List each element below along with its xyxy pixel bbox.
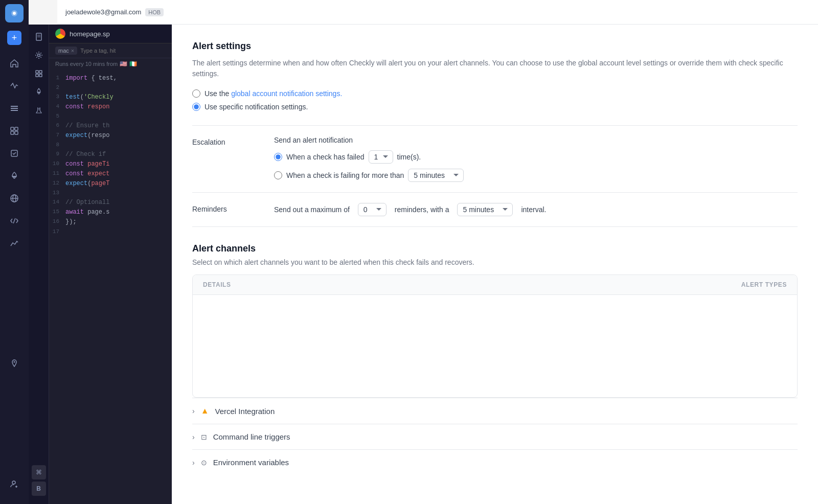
nav-activity-icon[interactable]: [4, 76, 25, 96]
nav-analytics-icon[interactable]: [4, 233, 25, 254]
svg-point-2: [13, 12, 16, 15]
content-area: Alert settings The alert settings determ…: [172, 25, 818, 504]
cli-header[interactable]: › ⊡ Command line triggers: [192, 432, 798, 441]
notification-settings-radio-group: Use the global account notification sett…: [192, 89, 798, 111]
vercel-integration-section: › ▲ Vercel Integration: [192, 398, 798, 424]
reminders-content: Send out a maximum of 0 1 2 3 5 10 remin…: [274, 203, 798, 216]
channels-header: DETAILS ALERT TYPES: [193, 275, 797, 295]
svg-rect-25: [37, 92, 40, 93]
svg-rect-7: [15, 127, 18, 130]
svg-rect-9: [15, 131, 18, 134]
alert-side-icon[interactable]: [31, 84, 47, 100]
svg-rect-24: [39, 74, 42, 77]
escalation-duration-dropdown[interactable]: 1 minute 2 minutes 5 minutes 10 minutes …: [408, 169, 464, 182]
cli-code-icon: ⊡: [201, 433, 207, 441]
editor-title: homepage.sp: [70, 30, 110, 38]
cli-label: Command line triggers: [213, 432, 290, 441]
left-nav: +: [0, 0, 29, 504]
editor-side-icons: ⌘ B: [29, 25, 49, 504]
escalation-option1-input[interactable]: [274, 153, 282, 161]
tag-close-icon[interactable]: ×: [71, 48, 74, 54]
mac-tag[interactable]: mac ×: [55, 47, 77, 55]
b-bottom-icon[interactable]: B: [32, 482, 46, 496]
svg-rect-22: [39, 71, 42, 73]
tag-label: mac: [58, 48, 69, 54]
escalation-times-dropdown[interactable]: 1 2 3 5: [369, 150, 393, 164]
svg-rect-4: [11, 108, 18, 109]
nav-code-icon[interactable]: [4, 211, 25, 231]
vercel-label: Vercel Integration: [215, 407, 275, 416]
tag-row: mac ×: [49, 43, 172, 58]
radio-specific-input[interactable]: [192, 103, 200, 111]
svg-rect-23: [36, 74, 38, 77]
channels-body: [193, 295, 797, 397]
radio-global-option[interactable]: Use the global account notification sett…: [192, 89, 798, 98]
reminders-row: Reminders Send out a maximum of 0 1 2 3 …: [192, 193, 798, 227]
nav-list-icon[interactable]: [4, 98, 25, 119]
alert-channels-title: Alert channels: [192, 243, 798, 254]
radio-specific-label: Use specific notification settings.: [204, 103, 308, 111]
tag-input[interactable]: [80, 48, 121, 54]
env-variables-section: › ⊙ Environment variables: [192, 449, 798, 475]
svg-line-14: [13, 218, 15, 223]
editor-header: homepage.sp: [49, 25, 172, 43]
svg-point-15: [14, 361, 15, 363]
settings-side-icon[interactable]: [31, 47, 47, 63]
add-button[interactable]: +: [7, 31, 21, 45]
reminders-line: Send out a maximum of 0 1 2 3 5 10 remin…: [274, 203, 798, 216]
escalation-label: Escalation: [192, 136, 254, 146]
reminders-prefix: Send out a maximum of: [274, 205, 350, 214]
alert-settings-title: Alert settings: [192, 41, 798, 52]
reminders-count-dropdown[interactable]: 0 1 2 3 5 10: [358, 203, 387, 216]
nav-dashboard-icon[interactable]: [4, 121, 25, 141]
svg-point-16: [12, 481, 15, 484]
cli-triggers-section: › ⊡ Command line triggers: [192, 424, 798, 449]
nav-user-add-icon[interactable]: [4, 473, 25, 494]
escalation-content: Send an alert notification When a check …: [274, 136, 798, 182]
radio-specific-option[interactable]: Use specific notification settings.: [192, 103, 798, 111]
nav-home-icon[interactable]: [4, 53, 25, 74]
chrome-icon: [55, 29, 65, 39]
env-header[interactable]: › ⊙ Environment variables: [192, 458, 798, 467]
app-logo[interactable]: [5, 4, 24, 22]
svg-rect-5: [11, 110, 18, 111]
alert-channels-section: Alert channels Select on which alert cha…: [192, 243, 798, 398]
escalation-option2-input[interactable]: [274, 171, 282, 179]
channels-table: DETAILS ALERT TYPES: [192, 274, 798, 398]
alert-channels-desc: Select on which alert channels you want …: [192, 258, 798, 266]
env-chevron-icon: ›: [192, 459, 195, 467]
main-container: joeladewole3@gmail.com HOB ⌘ B: [29, 0, 818, 504]
svg-point-20: [37, 54, 40, 57]
svg-rect-6: [11, 127, 14, 130]
env-label: Environment variables: [213, 458, 289, 467]
svg-rect-8: [11, 131, 14, 134]
flask-side-icon[interactable]: [31, 102, 47, 119]
global-settings-link[interactable]: global account notification settings.: [231, 89, 342, 98]
file-side-icon[interactable]: [31, 29, 47, 45]
escalation-desc: Send an alert notification: [274, 136, 798, 144]
reminders-interval-dropdown[interactable]: 1 minute 2 minutes 5 minutes 10 minutes …: [457, 203, 513, 216]
reminders-suffix: interval.: [521, 205, 546, 214]
reminders-middle: reminders, with a: [395, 205, 449, 214]
radio-global-input[interactable]: [192, 89, 200, 98]
alert-settings-desc: The alert settings determine when and ho…: [192, 58, 798, 79]
cmd-bottom-icon[interactable]: ⌘: [32, 465, 46, 479]
nav-globe-icon[interactable]: [4, 188, 25, 209]
escalation-row: Escalation Send an alert notification Wh…: [192, 126, 798, 193]
grid-side-icon[interactable]: [31, 65, 47, 82]
reminders-label: Reminders: [192, 203, 254, 213]
col-alert-types-label: ALERT TYPES: [741, 281, 787, 288]
settings-table: Escalation Send an alert notification Wh…: [192, 125, 798, 227]
nav-location-icon[interactable]: [4, 353, 25, 374]
escalation-option1: When a check has failed 1 2 3 5 time(s).: [274, 150, 798, 164]
nav-checks-icon[interactable]: [4, 143, 25, 164]
nav-alerts-icon[interactable]: [4, 166, 25, 186]
code-editor: 1import { test, 2 3test('Checkly 4 const…: [49, 70, 172, 504]
cli-chevron-icon: ›: [192, 433, 195, 441]
col-details-label: DETAILS: [203, 281, 231, 288]
vercel-warn-icon: ▲: [201, 406, 209, 416]
env-icon: ⊙: [201, 459, 207, 467]
escalation-options: When a check has failed 1 2 3 5 time(s).: [274, 150, 798, 182]
vercel-chevron-icon: ›: [192, 407, 195, 415]
vercel-header[interactable]: › ▲ Vercel Integration: [192, 406, 798, 416]
